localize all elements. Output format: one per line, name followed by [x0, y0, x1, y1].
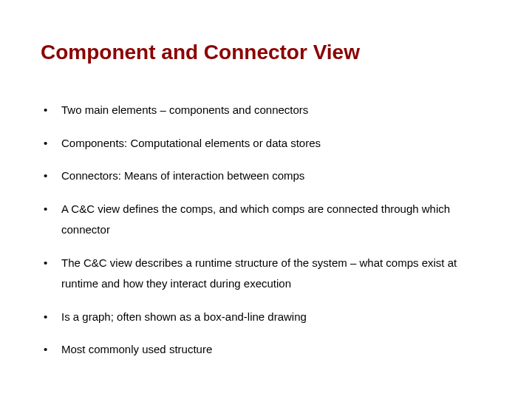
list-item: Components: Computational elements or da…	[41, 133, 491, 154]
list-item: Connectors: Means of interaction between…	[41, 166, 491, 187]
list-item: Two main elements – components and conne…	[41, 100, 491, 121]
list-item: A C&C view defines the comps, and which …	[41, 199, 491, 241]
list-item: The C&C view describes a runtime structu…	[41, 253, 491, 295]
list-item: Is a graph; often shown as a box-and-lin…	[41, 307, 491, 328]
slide-title: Component and Connector View	[41, 41, 491, 64]
list-item: Most commonly used structure	[41, 339, 491, 361]
bullet-list: Two main elements – components and conne…	[41, 100, 491, 361]
